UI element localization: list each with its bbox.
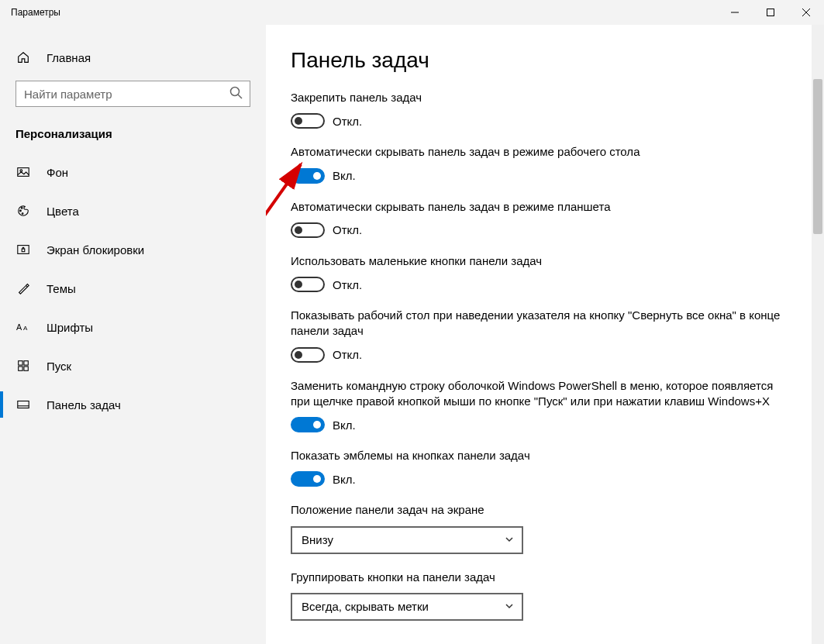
setting-badges: Показать эмблемы на кнопках панели задач… <box>291 448 787 487</box>
start-icon <box>16 358 31 374</box>
sidebar-home-label: Главная <box>47 51 91 64</box>
setting-label: Группировать кнопки на панели задач <box>291 570 787 585</box>
svg-point-7 <box>20 170 22 172</box>
picture-icon <box>16 164 31 180</box>
select-value: Всегда, скрывать метки <box>302 600 429 613</box>
setting-powershell-replace: Заменить командную строку оболочкой Wind… <box>291 378 787 433</box>
svg-text:A: A <box>16 323 22 332</box>
setting-label: Автоматически скрывать панель задач в ре… <box>291 144 787 160</box>
toggle-peek-desktop[interactable] <box>291 347 325 363</box>
sidebar-item-fonts[interactable]: AA Шрифты <box>0 308 266 346</box>
maximize-button[interactable] <box>753 0 788 25</box>
taskbar-icon <box>16 397 31 412</box>
sidebar-item-background[interactable]: Фон <box>0 153 266 191</box>
toggle-state: Вкл. <box>333 418 356 432</box>
toggle-state: Вкл. <box>333 169 356 182</box>
sidebar: Главная Персонализация Фон Цвета Экран б… <box>0 25 266 644</box>
toggle-badges[interactable] <box>291 471 325 487</box>
sidebar-item-colors[interactable]: Цвета <box>0 191 266 230</box>
close-button[interactable] <box>788 0 824 25</box>
setting-label: Показывать рабочий стол при наведении ук… <box>291 308 787 339</box>
svg-rect-6 <box>18 168 29 177</box>
toggle-autohide-tablet[interactable] <box>291 222 325 238</box>
sidebar-item-taskbar[interactable]: Панель задач <box>0 385 266 424</box>
svg-rect-16 <box>24 361 28 365</box>
setting-small-buttons: Использовать маленькие кнопки панели зад… <box>291 253 787 292</box>
sidebar-item-label: Шрифты <box>47 321 93 334</box>
toggle-state: Откл. <box>333 348 362 361</box>
search-box <box>16 81 250 107</box>
minimize-button[interactable] <box>717 0 753 25</box>
setting-combine-buttons: Группировать кнопки на панели задач Всег… <box>291 570 787 621</box>
svg-rect-18 <box>24 367 28 370</box>
svg-rect-17 <box>19 367 22 370</box>
setting-taskbar-position: Положение панели задач на экране Внизу <box>291 502 787 553</box>
home-icon <box>16 50 31 65</box>
select-value: Внизу <box>302 533 333 546</box>
toggle-lock-taskbar[interactable] <box>291 113 325 129</box>
window-controls <box>717 0 824 25</box>
svg-text:A: A <box>23 325 28 332</box>
select-taskbar-position[interactable]: Внизу <box>291 526 523 554</box>
toggle-small-buttons[interactable] <box>291 277 325 292</box>
svg-point-10 <box>22 213 23 215</box>
svg-rect-15 <box>19 361 22 365</box>
chevron-down-icon <box>505 600 514 614</box>
setting-label: Автоматически скрывать панель задач в ре… <box>291 199 787 215</box>
toggle-state: Откл. <box>333 115 362 128</box>
setting-label: Заменить командную строку оболочкой Wind… <box>291 378 787 410</box>
svg-rect-12 <box>22 249 25 252</box>
lockscreen-icon <box>16 242 31 257</box>
setting-label: Закрепить панель задач <box>291 90 787 105</box>
select-combine-buttons[interactable]: Всегда, скрывать метки <box>291 593 523 621</box>
sidebar-home[interactable]: Главная <box>0 40 266 74</box>
svg-point-9 <box>21 208 22 209</box>
sidebar-item-label: Темы <box>47 282 76 295</box>
toggle-powershell-replace[interactable] <box>291 417 325 432</box>
setting-peek-desktop: Показывать рабочий стол при наведении ук… <box>291 308 787 363</box>
sidebar-item-label: Экран блокировки <box>47 243 144 257</box>
chevron-down-icon <box>505 533 514 547</box>
svg-rect-19 <box>18 401 29 408</box>
setting-autohide-desktop: Автоматически скрывать панель задач в ре… <box>291 144 787 183</box>
setting-autohide-tablet: Автоматически скрывать панель задач в ре… <box>291 199 787 238</box>
setting-label: Положение панели задач на экране <box>291 502 787 518</box>
palette-icon <box>16 203 31 219</box>
search-input[interactable] <box>16 81 250 107</box>
toggle-state: Откл. <box>333 223 362 236</box>
sidebar-section-title: Персонализация <box>0 119 266 153</box>
setting-label: Использовать маленькие кнопки панели зад… <box>291 253 787 269</box>
sidebar-item-label: Цвета <box>47 205 79 218</box>
setting-lock-taskbar: Закрепить панель задач Откл. <box>291 90 787 129</box>
sidebar-item-label: Пуск <box>47 360 71 373</box>
themes-icon <box>16 281 31 296</box>
svg-rect-1 <box>767 9 774 16</box>
svg-point-8 <box>20 210 22 212</box>
setting-label: Показать эмблемы на кнопках панели задач <box>291 448 787 463</box>
toggle-state: Вкл. <box>333 473 356 486</box>
scrollbar-thumb[interactable] <box>813 79 822 234</box>
fonts-icon: AA <box>16 319 31 335</box>
sidebar-item-start[interactable]: Пуск <box>0 346 266 385</box>
sidebar-item-label: Панель задач <box>47 398 121 412</box>
vertical-scrollbar[interactable] <box>812 25 824 644</box>
titlebar: Параметры <box>0 0 824 25</box>
page-title: Панель задач <box>291 48 793 73</box>
toggle-autohide-desktop[interactable] <box>291 168 325 184</box>
sidebar-item-label: Фон <box>47 166 68 179</box>
toggle-state: Откл. <box>333 278 362 291</box>
sidebar-item-themes[interactable]: Темы <box>0 269 266 308</box>
svg-rect-11 <box>18 246 29 254</box>
content-area: Панель задач Закрепить панель задач Откл… <box>266 25 824 644</box>
sidebar-item-lockscreen[interactable]: Экран блокировки <box>0 230 266 269</box>
window-title: Параметры <box>11 7 60 18</box>
